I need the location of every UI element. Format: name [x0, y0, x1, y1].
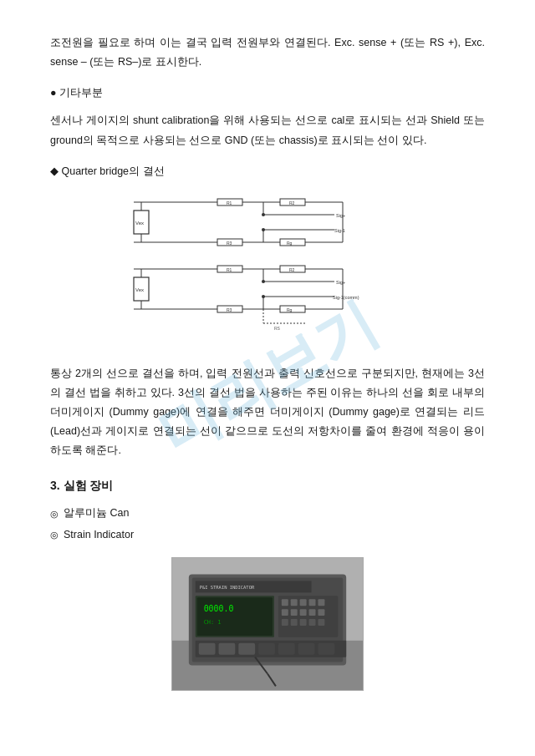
equipment-item-1-label: 알루미늄 Can: [64, 504, 129, 523]
svg-text:Sig+: Sig+: [336, 280, 345, 285]
svg-text:Rg: Rg: [287, 241, 293, 246]
svg-text:Vex: Vex: [135, 221, 144, 226]
equipment-item-2: ◎ Strain Indicator: [50, 525, 485, 545]
svg-rect-50: [280, 306, 305, 312]
svg-text:0000.0: 0000.0: [204, 604, 234, 613]
device-photo: P&I STRAIN INDICATOR 0000.0 CH: 1: [171, 557, 364, 691]
svg-rect-87: [291, 619, 298, 626]
svg-rect-77: [291, 599, 298, 606]
svg-rect-89: [309, 619, 316, 626]
svg-rect-80: [318, 599, 324, 606]
svg-text:R3: R3: [227, 241, 232, 246]
diamond-section-header: ◆ Quarter bridge의 결선: [50, 162, 485, 181]
svg-text:R2: R2: [289, 200, 295, 205]
circuit-svg-wrapper: Vex R1 R2 R3: [125, 194, 410, 348]
svg-point-30: [262, 228, 265, 231]
other-paragraph: 센서나 게이지의 shunt calibration을 위해 사용되는 선으로 …: [50, 111, 485, 150]
svg-text:R1: R1: [227, 200, 232, 205]
equipment-item-1: ◎ 알루미늄 Can: [50, 504, 485, 523]
svg-rect-79: [309, 599, 316, 606]
content: 조전원을 필요로 하며 이는 결국 입력 전원부와 연결된다. Exc. sen…: [50, 33, 485, 691]
svg-text:Rg: Rg: [287, 307, 293, 312]
svg-text:Sig-1(comm): Sig-1(comm): [333, 295, 359, 300]
page: 미리보기 조전원을 필요로 하며 이는 결국 입력 전원부와 연결된다. Exc…: [0, 0, 535, 756]
svg-rect-88: [300, 619, 307, 626]
svg-rect-93: [219, 642, 236, 654]
equipment-list: ◎ 알루미늄 Can ◎ Strain Indicator: [50, 504, 485, 544]
svg-text:R3: R3: [227, 307, 232, 312]
svg-rect-96: [278, 642, 295, 654]
svg-rect-86: [282, 619, 288, 626]
svg-rect-92: [199, 642, 216, 654]
other-section: ● 기타부분: [50, 84, 485, 103]
svg-rect-95: [258, 642, 275, 654]
bullet-other-text: ● 기타부분: [50, 84, 103, 103]
svg-text:CH: 1: CH: 1: [204, 619, 222, 626]
svg-rect-85: [318, 609, 324, 616]
equipment-item-2-label: Strain Indicator: [64, 525, 134, 545]
svg-rect-83: [300, 609, 307, 616]
main-paragraph: 통상 2개의 선으로 결선을 하며, 입력 전원선과 출력 신호선으로 구분되지…: [50, 364, 485, 461]
bullet-other-header: ● 기타부분: [50, 84, 485, 103]
svg-rect-82: [291, 609, 298, 616]
svg-rect-76: [282, 599, 288, 606]
bullet-circle-2: ◎: [50, 526, 59, 543]
svg-rect-84: [309, 609, 316, 616]
svg-rect-94: [238, 642, 255, 654]
svg-rect-98: [318, 642, 334, 654]
svg-text:Sig-1: Sig-1: [334, 228, 345, 233]
svg-point-29: [262, 213, 265, 216]
circuit-diagram-area: Vex R1 R2 R3: [50, 194, 485, 348]
svg-rect-19: [280, 239, 305, 246]
svg-rect-72: [197, 597, 273, 636]
svg-text:RS: RS: [274, 326, 281, 331]
svg-rect-81: [282, 609, 288, 616]
svg-rect-90: [318, 619, 324, 626]
svg-point-63: [262, 280, 265, 283]
bullet-circle-1: ◎: [50, 505, 59, 522]
svg-text:R1: R1: [227, 267, 232, 272]
section3-heading: 3. 실험 장비: [50, 479, 485, 494]
intro-paragraph: 조전원을 필요로 하며 이는 결국 입력 전원부와 연결된다. Exc. sen…: [50, 33, 485, 72]
svg-text:Vex: Vex: [135, 287, 144, 292]
svg-text:Sig+: Sig+: [336, 213, 345, 218]
svg-point-64: [262, 295, 265, 298]
photo-container: P&I STRAIN INDICATOR 0000.0 CH: 1: [50, 557, 485, 691]
svg-text:R2: R2: [289, 267, 295, 272]
svg-rect-78: [300, 599, 307, 606]
svg-text:P&I  STRAIN INDICATOR: P&I STRAIN INDICATOR: [200, 585, 255, 590]
svg-rect-97: [298, 642, 315, 654]
